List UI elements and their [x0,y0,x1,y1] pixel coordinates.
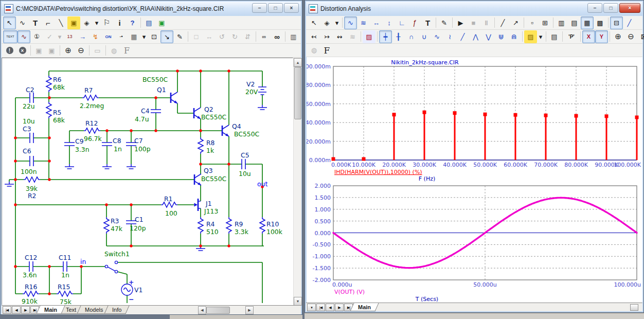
next-error-button[interactable]: × [16,44,29,57]
slope-cursor-button[interactable]: ╱ [623,16,636,29]
numeric-output-button[interactable]: ▤ [548,30,561,43]
scroll-left-icon[interactable]: ◀ [198,306,206,314]
step-tag-button[interactable]: ∟ [396,16,408,29]
font-button[interactable]: F [120,44,133,57]
node-snap-button[interactable]: -• [115,30,128,43]
grid-dropdown[interactable]: ▾ [140,30,148,43]
shapes-tool[interactable]: ◈ [80,16,93,29]
scroll-up-icon[interactable]: ▲ [294,58,302,67]
component-tool[interactable]: ▣ [67,16,80,29]
select-tool[interactable]: ↖ [3,16,16,29]
pattern-vertical-button[interactable]: ▥ [555,16,568,29]
shapes-tool[interactable]: ◈ [320,16,333,29]
first-page-button[interactable]: |◀ [316,304,325,311]
help-mode-tool[interactable]: ? [126,16,139,29]
analysis-tab-main[interactable]: Main [350,303,379,311]
track-mode-button[interactable]: ≋ [357,16,370,29]
zoom-out-button[interactable]: ⊖ [624,30,637,43]
current-arrows-button[interactable]: → [76,30,89,43]
maximize-button[interactable]: □ [603,3,618,13]
text-tool[interactable]: T [29,16,42,29]
scroll-right-icon[interactable]: ▶ [245,306,254,314]
date-stamp-button[interactable]: 13 [63,30,76,43]
first-page-button[interactable]: |◀ [3,306,11,314]
attributes-button[interactable]: ✎ [173,30,186,43]
previous-page-button[interactable]: ◀ [326,304,334,311]
next-page-button[interactable]: ▶ [335,304,344,311]
pattern-grid-button[interactable]: ▦ [581,16,594,29]
high-button[interactable]: ∿ [431,30,443,43]
zoom-in-button[interactable]: ⊕ [612,30,624,43]
close-button[interactable]: × [284,3,299,13]
close-button[interactable]: × [619,3,640,13]
wire-tool[interactable]: ∿ [16,16,29,29]
run-button[interactable]: ▶ [454,16,467,29]
ortho-wire-tool[interactable]: ⌐ [42,16,55,29]
marquee-button[interactable]: ▫ [526,16,539,29]
maximize-button[interactable]: □ [268,3,283,13]
vertical-cursor-button[interactable]: ╂ [392,30,405,43]
schematic-canvas[interactable]: C222uR668kR72.2megR568k10uC3R1296.7kC93.… [2,58,293,305]
info-tool[interactable]: i [113,16,126,29]
low-button[interactable]: ≀ [443,30,456,43]
shapes-dropdown[interactable]: ▾ [333,16,341,29]
scroll-down-icon[interactable]: ▼ [294,297,302,306]
schematic-vscrollbar[interactable]: ▲ ▼ [293,58,301,305]
text-tool[interactable]: T [421,16,434,29]
cursor-right-button[interactable]: ↣ [320,30,333,43]
global-max-button[interactable]: ⋒ [508,30,521,43]
previous-page-button[interactable]: ◀ [12,306,21,314]
flag-tool[interactable]: ⚐ [100,16,113,29]
find-button[interactable]: ∞ [271,30,283,43]
line-tool[interactable]: ╱ [496,16,509,29]
schematic-tab-info[interactable]: Info [104,306,129,314]
vertical-tag-button[interactable]: ↕ [383,16,396,29]
probe-end-mode-button[interactable]: ↘ [160,30,173,43]
zoom-out-button[interactable]: ⊖ [75,44,87,57]
horizontal-cursor-button[interactable]: ┿ [379,30,392,43]
pane-splitter-handle[interactable] [630,304,638,311]
zoom-in-button[interactable]: ⊕ [62,44,75,57]
polyline-tool[interactable]: ↗ [509,16,522,29]
model-window-button[interactable]: ▥ [287,30,300,43]
pattern-horizontal-button[interactable]: ▤ [568,16,581,29]
add-grid-button[interactable]: ⊞ [539,16,551,29]
plot-area[interactable]: Nikitin_2kHz-square.CIR100.000m80.000m60… [307,57,642,303]
state-display-button[interactable]: ON [102,30,115,43]
scope-mode-button[interactable]: ∿ [344,16,357,29]
text-mode-button[interactable]: TEXT [3,30,17,43]
find-wave-button[interactable]: ∞ [258,30,271,43]
local-min-button[interactable]: ⋁ [482,30,495,43]
line-tool[interactable]: ╲ [55,16,67,29]
minimize-button[interactable]: – [587,3,602,13]
single-plot-button[interactable]: ⊟ [610,16,623,29]
minimize-button[interactable]: – [252,3,267,13]
p-key-button[interactable]: 'P' [564,30,579,43]
error-marker-button[interactable]: ▣ [155,16,168,29]
peak-button[interactable]: ∩ [405,30,418,43]
local-max-button[interactable]: ⋀ [469,30,482,43]
horizontal-tag-button[interactable]: ↔ [370,16,383,29]
valley-button[interactable]: ∪ [418,30,431,43]
select-tool[interactable]: ↖ [308,16,320,29]
formula-button[interactable]: ƒ [408,16,421,29]
cursor-left-button[interactable]: ↢ [308,30,320,43]
power-probe-button[interactable]: ↯ [89,30,102,43]
x-scale-button[interactable]: X [582,30,595,43]
schematic-hscrollbar[interactable]: ◀ ▶ [198,306,254,314]
global-min-button[interactable]: ⋓ [495,30,508,43]
node-numbers-button[interactable]: ① [30,30,43,43]
go-to-dropdown[interactable]: ▾ [537,30,544,43]
properties-button[interactable]: ✎ [438,16,451,29]
hscroll-thumb[interactable] [206,307,230,314]
zoom-window-button[interactable]: ⊠ [637,30,644,43]
y-scale-button[interactable]: Y [595,30,608,43]
vscroll-thumb[interactable] [294,67,301,119]
scope-options-button[interactable]: ▨ [363,30,375,43]
page-info-button[interactable]: ▤ [142,16,155,29]
component-values-button[interactable]: ∿ [17,30,30,43]
prev-error-button[interactable]: ! [3,44,16,57]
grid-button[interactable]: ▦ [128,30,140,43]
shapes-dropdown[interactable]: ▾ [93,16,100,29]
split-text-button[interactable]: ⊡ [148,30,160,43]
